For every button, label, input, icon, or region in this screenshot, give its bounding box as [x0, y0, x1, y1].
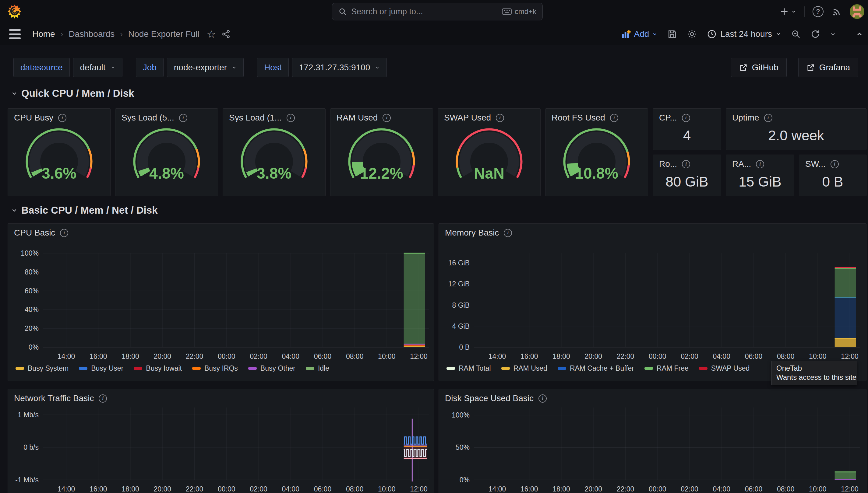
- row-quick-cpu-mem-disk[interactable]: Quick CPU / Mem / Disk: [11, 88, 134, 99]
- chevron-down-icon: [232, 65, 236, 70]
- refresh-icon[interactable]: [810, 29, 820, 39]
- share-icon[interactable]: [222, 29, 231, 39]
- info-icon[interactable]: i: [383, 114, 391, 122]
- user-avatar[interactable]: [850, 4, 864, 19]
- svg-text:12:00: 12:00: [410, 485, 428, 493]
- svg-text:10.8%: 10.8%: [575, 165, 618, 182]
- chevron-up-icon[interactable]: [856, 30, 863, 38]
- svg-text:20:00: 20:00: [153, 352, 171, 360]
- panel-title: Sys Load (1...: [229, 113, 282, 123]
- keyboard-icon: [502, 8, 512, 15]
- template-variables: datasource default Job node-exporter Hos…: [14, 58, 400, 77]
- panel-root-fs-used: Root FS Usedi 10.8%: [545, 108, 648, 196]
- cpu-basic-chart[interactable]: 14:0016:0018:0020:0022:0000:0002:0004:00…: [8, 224, 434, 381]
- stat-value: 15 GiB: [726, 173, 794, 190]
- breadcrumb: Home › Dashboards › Node Exporter Full ☆: [32, 23, 231, 45]
- help-icon[interactable]: ?: [812, 6, 824, 17]
- chevron-down-icon[interactable]: [830, 31, 836, 37]
- panel-title: Memory Basic: [445, 228, 499, 238]
- panel-title: RAM Used: [336, 113, 378, 123]
- chevron-down-icon: [375, 65, 380, 70]
- star-icon[interactable]: ☆: [206, 28, 215, 40]
- info-icon[interactable]: i: [610, 114, 618, 122]
- stat-value: 4: [653, 127, 721, 144]
- new-button[interactable]: [779, 7, 797, 17]
- info-icon[interactable]: i: [504, 229, 512, 237]
- legend-item[interactable]: Idle: [306, 364, 329, 372]
- stat-value: 2.0 week: [726, 127, 866, 144]
- legend-item[interactable]: RAM Total: [447, 364, 491, 372]
- external-link-icon: [739, 63, 748, 72]
- info-icon[interactable]: i: [60, 229, 68, 237]
- menu-icon[interactable]: [9, 29, 21, 39]
- search-input[interactable]: Search or jump to... cmd+k: [332, 3, 543, 20]
- filter-label-host: Host: [257, 58, 289, 77]
- svg-text:10:00: 10:00: [809, 485, 827, 493]
- grafana-logo-icon[interactable]: [7, 4, 23, 20]
- legend-item[interactable]: Busy IRQs: [192, 364, 238, 372]
- info-icon[interactable]: i: [682, 160, 690, 168]
- info-icon[interactable]: i: [179, 114, 187, 122]
- breadcrumb-separator: ›: [120, 29, 123, 39]
- filter-value-host[interactable]: 172.31.27.35:9100: [292, 58, 387, 77]
- disk-space-chart[interactable]: 14:0016:0018:0020:0022:0000:0002:0004:00…: [439, 389, 867, 493]
- search-placeholder: Search or jump to...: [351, 7, 498, 17]
- grafana-link-button[interactable]: Grafana: [798, 58, 858, 77]
- breadcrumb-home[interactable]: Home: [32, 29, 55, 39]
- svg-text:60%: 60%: [25, 287, 39, 295]
- info-icon[interactable]: i: [287, 114, 295, 122]
- panel-title: Sys Load (5...: [122, 113, 174, 123]
- news-rss-icon[interactable]: [831, 6, 842, 17]
- memory-basic-chart[interactable]: 14:0016:0018:0020:0022:0000:0002:0004:00…: [439, 224, 867, 381]
- filter-value-job[interactable]: node-exporter: [167, 58, 244, 77]
- svg-text:06:00: 06:00: [745, 352, 763, 360]
- panel-title: CPU Busy: [14, 113, 53, 123]
- svg-text:-1 Mb/s: -1 Mb/s: [15, 476, 39, 484]
- svg-text:02:00: 02:00: [681, 352, 698, 360]
- svg-text:08:00: 08:00: [777, 485, 794, 493]
- network-traffic-chart[interactable]: 14:0016:0018:0020:0022:0000:0002:0004:00…: [8, 389, 434, 493]
- add-button[interactable]: Add: [621, 29, 658, 39]
- clock-icon: [707, 29, 717, 39]
- info-icon[interactable]: i: [830, 160, 839, 168]
- info-icon[interactable]: i: [99, 394, 107, 403]
- info-icon[interactable]: i: [764, 114, 772, 122]
- panel-title: CPU Basic: [14, 228, 55, 238]
- legend-item[interactable]: RAM Cache + Buffer: [558, 364, 634, 372]
- legend-item[interactable]: SWAP Used: [699, 364, 750, 372]
- legend-item[interactable]: Busy User: [79, 364, 123, 372]
- legend-label: RAM Cache + Buffer: [570, 364, 634, 372]
- legend-swatch: [699, 367, 707, 370]
- gauge-swap-used: NaN: [438, 125, 540, 188]
- legend-swatch: [501, 367, 510, 370]
- info-icon[interactable]: i: [682, 114, 690, 122]
- settings-gear-icon[interactable]: [687, 29, 697, 39]
- legend-item[interactable]: Busy System: [16, 364, 68, 372]
- legend-item[interactable]: RAM Used: [501, 364, 547, 372]
- svg-text:12:00: 12:00: [410, 352, 428, 360]
- chevron-down-icon: [110, 65, 116, 70]
- svg-text:04:00: 04:00: [282, 352, 299, 360]
- time-range-picker[interactable]: Last 24 hours: [707, 29, 781, 39]
- row-basic-cpu-mem-net-disk[interactable]: Basic CPU / Mem / Net / Disk: [11, 205, 158, 216]
- legend-item[interactable]: Busy Other: [248, 364, 295, 372]
- info-icon[interactable]: i: [756, 160, 764, 168]
- legend-swatch: [192, 367, 201, 370]
- panel-title: Network Traffic Basic: [14, 393, 94, 403]
- zoom-out-icon[interactable]: [791, 29, 801, 39]
- panel-network-traffic-basic: Network Traffic Basici 14:0016:0018:0020…: [7, 389, 434, 493]
- info-icon[interactable]: i: [538, 394, 547, 403]
- filter-value-datasource[interactable]: default: [73, 58, 122, 77]
- svg-text:08:00: 08:00: [777, 352, 794, 360]
- save-icon[interactable]: [667, 29, 677, 39]
- panel-sys-load-5m: Sys Load (5...i 4.8%: [115, 108, 218, 196]
- shortcut-hint: cmd+k: [502, 7, 536, 16]
- svg-text:04:00: 04:00: [282, 485, 299, 493]
- legend-item[interactable]: Busy Iowait: [134, 364, 182, 372]
- github-link-button[interactable]: GitHub: [731, 58, 787, 77]
- info-icon[interactable]: i: [496, 114, 504, 122]
- info-icon[interactable]: i: [58, 114, 66, 122]
- legend-item[interactable]: RAM Free: [644, 364, 689, 372]
- breadcrumb-dashboards[interactable]: Dashboards: [68, 29, 115, 39]
- svg-text:0%: 0%: [460, 476, 470, 484]
